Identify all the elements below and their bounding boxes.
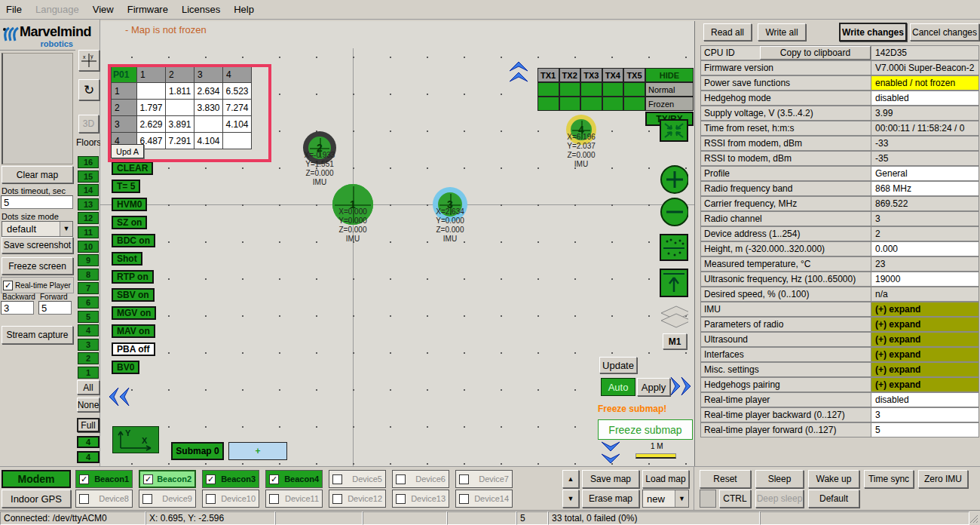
save-map-button[interactable]: Save map [582, 470, 639, 488]
zoom-in-icon[interactable] [660, 164, 688, 195]
cmd-rtp-on-button[interactable]: RTP on [112, 270, 154, 284]
pan-up-icon[interactable] [508, 60, 529, 84]
ctrl-button[interactable]: CTRL [719, 490, 751, 508]
tx-cell[interactable] [602, 82, 624, 97]
device-button-device6[interactable]: Device6 [392, 470, 449, 488]
tx-cell[interactable] [559, 82, 581, 97]
param-value[interactable]: (+) expand [871, 332, 979, 347]
cmd-bv0-button[interactable]: BV0 [112, 361, 139, 374]
dots-size-select[interactable]: default ▼ [2, 221, 73, 237]
tx-cell[interactable] [580, 82, 602, 97]
floor-button-4[interactable]: 4 [78, 324, 99, 336]
floor-button-1[interactable]: 1 [78, 367, 99, 379]
param-value[interactable]: 00:00:11 / 11:58:24 / 0 [871, 121, 979, 136]
param-value[interactable]: 2 [871, 226, 979, 241]
layers-icon[interactable] [660, 305, 688, 330]
device-button-device11[interactable]: Device11 [265, 490, 323, 508]
dots-layer-icon[interactable] [660, 234, 688, 261]
floor-count-button-2[interactable]: 4 [77, 451, 100, 463]
device-button-device7[interactable]: Device7 [455, 470, 513, 488]
device-button-device9[interactable]: Device9 [139, 490, 196, 508]
param-value[interactable]: n/a [871, 287, 979, 302]
floor-count-button[interactable]: 4 [77, 436, 100, 448]
checkbox-empty-icon[interactable] [459, 474, 469, 484]
floors-none-button[interactable]: None [77, 398, 100, 412]
forward-input[interactable] [38, 301, 72, 315]
tx-frozen-label[interactable]: Frozen [645, 97, 694, 111]
cmd-shot-button[interactable]: Shot [112, 252, 142, 266]
default-button[interactable]: Default [808, 490, 859, 508]
clear-map-button[interactable]: Clear map [2, 166, 73, 183]
param-value[interactable]: 3 [871, 211, 979, 226]
zoom-out-icon[interactable] [660, 197, 688, 227]
tx-cell[interactable] [623, 97, 645, 111]
floor-button-15[interactable]: 15 [78, 170, 99, 183]
beacon-3[interactable]: 3X=2.634Y=0.000Z=0.000IMU [433, 187, 467, 222]
write-changes-button[interactable]: Write changes [839, 23, 907, 41]
map-name-select[interactable]: new ▼ [642, 490, 689, 508]
apply-button[interactable]: Apply [637, 378, 670, 396]
pan-right-icon[interactable] [669, 376, 692, 397]
erase-map-button[interactable]: Erase map [582, 490, 639, 508]
param-value[interactable]: 868 MHz [871, 181, 979, 196]
floor-button-16[interactable]: 16 [78, 156, 99, 168]
pan-left-icon[interactable] [108, 386, 132, 407]
beacon-4[interactable]: 4X=6.196Y=2.037Z=0.000IMU [566, 115, 596, 145]
resize-grip-icon[interactable] [968, 513, 978, 523]
param-value[interactable]: 23 [871, 256, 979, 272]
param-value[interactable]: V7.000i Super-Beacon-2 [871, 60, 979, 75]
param-value[interactable]: (+) expand [871, 377, 979, 392]
checkbox-empty-icon[interactable] [396, 494, 406, 504]
menu-item-view[interactable]: View [93, 4, 114, 15]
param-value[interactable]: disabled [871, 91, 979, 106]
cmd-sbv-on-button[interactable]: SBV on [112, 288, 155, 302]
checkbox-checked-icon[interactable]: ✓ [3, 281, 13, 290]
floor-button-9[interactable]: 9 [78, 254, 99, 266]
device-button-device5[interactable]: Device5 [329, 470, 386, 488]
checkbox-empty-icon[interactable] [332, 474, 342, 484]
param-value[interactable]: 3.99 [871, 106, 979, 121]
tx-cell[interactable] [623, 82, 645, 97]
checkbox-empty-icon[interactable] [332, 494, 342, 504]
tx-cell[interactable] [602, 97, 624, 111]
rotate-icon[interactable]: ↻ [78, 79, 100, 100]
cancel-changes-button[interactable]: Cancel changes [910, 23, 979, 41]
indoor-gps-tab[interactable]: Indoor GPS [2, 490, 71, 508]
reset-button[interactable]: Reset [700, 470, 751, 488]
menu-item-firmware[interactable]: Firmware [127, 4, 168, 15]
param-value[interactable]: -35 [871, 151, 979, 166]
param-value[interactable]: (+) expand [871, 302, 979, 317]
floor-button-7[interactable]: 7 [78, 282, 99, 294]
menu-item-help[interactable]: Help [234, 4, 254, 15]
checkbox-empty-icon[interactable] [269, 494, 279, 504]
checkbox-checked-icon[interactable]: ✓ [143, 474, 153, 484]
param-value[interactable]: 869.522 [871, 196, 979, 211]
update-button[interactable]: Update [599, 357, 637, 373]
checkbox-empty-icon[interactable] [206, 494, 216, 504]
menu-item-file[interactable]: File [6, 4, 22, 15]
m1-button[interactable]: M1 [663, 333, 687, 349]
floor-button-14[interactable]: 14 [78, 184, 99, 196]
floor-button-3[interactable]: 3 [78, 339, 99, 351]
checkbox-empty-icon[interactable] [459, 494, 469, 504]
param-value[interactable]: (+) expand [871, 347, 979, 362]
param-value[interactable]: -33 [871, 136, 979, 151]
floors-full-button[interactable]: Full [77, 418, 100, 432]
copy-to-clipboard-button[interactable]: Copy to clipboard [760, 46, 871, 60]
map-canvas[interactable]: - Map is not frozen P01123411.8112.6346.… [100, 21, 694, 466]
floor-button-11[interactable]: 11 [78, 226, 99, 238]
tx-cell[interactable] [537, 82, 559, 97]
stream-capture-button[interactable]: Stream capture [2, 326, 73, 344]
cmd-mgv-on-button[interactable]: MGV on [112, 306, 156, 320]
floor-button-6[interactable]: 6 [78, 296, 99, 309]
beacon-2[interactable]: 2X=-0.933Y=1.551Z=0.000IMU [303, 131, 336, 164]
param-value[interactable]: 3 [871, 407, 979, 422]
floors-all-button[interactable]: All [77, 380, 100, 395]
floor-button-13[interactable]: 13 [78, 198, 99, 210]
param-value[interactable]: General [871, 166, 979, 181]
freeze-submap-button[interactable]: Freeze submap [598, 419, 693, 440]
cmd-hvm0-button[interactable]: HVM0 [112, 198, 147, 211]
realtime-player-toggle[interactable]: ✓ Real-time Player [1, 277, 74, 293]
param-value[interactable]: 142D35 [871, 45, 979, 60]
param-value[interactable]: 0.000 [871, 241, 979, 256]
